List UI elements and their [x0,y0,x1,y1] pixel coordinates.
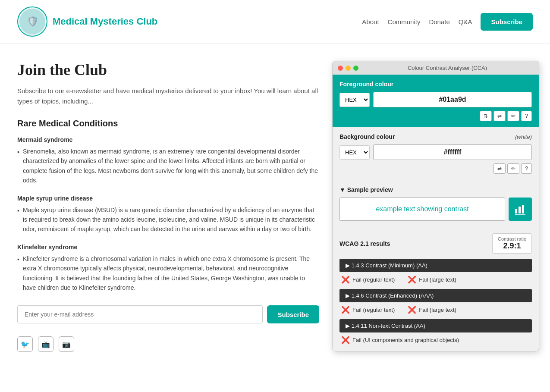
fail-ui-text-1-4-11: Fail (UI components and graphical object… [352,337,459,343]
section-heading: Rare Medical Conditions [17,119,319,129]
condition-maple: Maple syrup urine disease Maple syrup ur… [17,195,319,234]
contrast-ratio-box: Contrast ratio 2.9:1 [492,233,532,254]
header-left: 🛡️ Medical Mysteries Club [17,6,157,37]
fail-regular-text-1-4-6: Fail (regular text) [352,307,395,313]
fg-sliders-btn[interactable]: ⇌ [493,111,506,121]
fg-hex-input[interactable] [373,92,532,107]
bg-eyedropper-btn[interactable]: ✏ [507,163,519,174]
condition-desc-klinefelter: Klinefelter syndrome is a chromosomal va… [17,254,319,293]
wcag-item-1-4-6: 1.4.6 Contrast (Enhanced) (AAA) ❌ Fail (… [339,289,532,315]
bg-sliders-btn[interactable]: ⇌ [493,163,506,174]
wcag-item-header-1-4-11[interactable]: 1.4.11 Non-text Contrast (AA) [339,319,532,332]
social-icons: 🐦 📺 📷 [17,336,319,352]
fg-arrows-btn[interactable]: ⇅ [480,111,492,121]
fg-format-select[interactable]: HEX RGB HSL [339,93,370,107]
nav-qa[interactable]: Q&A [459,18,472,25]
fail-icon-large-1-4-3: ❌ [408,276,416,284]
preview-row: example text showing contrast [339,198,532,221]
preview-chart-button[interactable] [509,198,532,221]
condition-desc-maple: Maple syrup urine disease (MSUD) is a ra… [17,205,319,234]
contrast-ratio-value: 2.9:1 [498,241,526,251]
condition-desc-mermaid: Sirenomelia, also known as mermaid syndr… [17,147,319,185]
svg-rect-0 [515,209,517,213]
bg-input-row: HEX RGB HSL [339,144,532,160]
fg-tool-row: ⇅ ⇌ ✏ ? [339,111,532,121]
fail-icon-large-1-4-6: ❌ [408,306,416,314]
fail-icon-ui-1-4-11: ❌ [341,336,350,344]
condition-klinefelter: Klinefelter syndrome Klinefelter syndrom… [17,244,319,293]
main-nav: About Community Donate Q&A Subscribe [362,13,533,31]
cca-body: Foreground colour HEX RGB HSL ⇅ ⇌ ✏ ? [333,75,539,351]
email-input[interactable] [17,305,263,323]
wcag-item-1-4-3: 1.4.3 Contrast (Minimum) (AA) ❌ Fail (re… [339,259,532,285]
cca-window: Colour Contrast Analyser (CCA) Foregroun… [332,61,539,351]
bg-tool-row: ⇌ ✏ ? [339,163,532,174]
header: 🛡️ Medical Mysteries Club About Communit… [0,0,550,44]
wcag-result-large-1-4-3: ❌ Fail (large text) [408,276,456,284]
wcag-section: WCAG 2.1 results Contrast ratio 2.9:1 1.… [333,227,539,351]
wcag-result-regular-1-4-3: ❌ Fail (regular text) [341,276,395,284]
main-content: Join the Club Subscribe to our e-newslet… [0,44,550,361]
titlebar-dot-1 [338,66,343,71]
wcag-item-header-1-4-3[interactable]: 1.4.3 Contrast (Minimum) (AA) [339,259,532,272]
condition-title-klinefelter: Klinefelter syndrome [17,244,319,251]
condition-title-maple: Maple syrup urine disease [17,195,319,202]
fg-eyedropper-btn[interactable]: ✏ [507,111,519,121]
preview-text-box: example text showing contrast [339,198,505,221]
nav-about[interactable]: About [362,18,379,25]
condition-mermaid: Mermaid syndrome Sirenomelia, also known… [17,136,319,185]
fg-label: Foreground colour [339,81,532,88]
page-subtitle: Subscribe to our e-newsletter and have m… [17,86,319,107]
condition-text-klinefelter: Klinefelter syndrome is a chromosomal va… [23,254,319,293]
condition-text-maple: Maple syrup urine disease (MSUD) is a ra… [23,205,319,234]
fail-icon-regular-1-4-3: ❌ [341,276,350,284]
site-title: Medical Mysteries Club [53,16,157,27]
preview-header: Sample preview [339,186,532,193]
titlebar-dot-3 [353,66,358,71]
fg-help-btn[interactable]: ? [521,111,532,121]
background-section: Background colour (white) HEX RGB HSL ⇌ [333,127,539,180]
foreground-section: Foreground colour HEX RGB HSL ⇅ ⇌ ✏ ? [333,75,539,127]
bg-help-btn[interactable]: ? [521,163,532,174]
page-title: Join the Club [17,61,319,79]
email-form: Subscribe [17,305,319,323]
titlebar-dot-2 [346,66,351,71]
preview-section: Sample preview example text showing cont… [333,180,539,227]
bg-format-select[interactable]: HEX RGB HSL [339,145,370,160]
fg-input-row: HEX RGB HSL [339,92,532,107]
bg-label-row: Background colour (white) [339,133,532,140]
bg-hex-input[interactable] [373,144,532,160]
wcag-item-1-4-11: 1.4.11 Non-text Contrast (AA) ❌ Fail (UI… [339,319,532,345]
svg-rect-2 [522,205,524,213]
fail-large-text-1-4-6: Fail (large text) [419,307,456,313]
preview-text: example text showing contrast [376,205,468,213]
wcag-result-regular-1-4-6: ❌ Fail (regular text) [341,306,395,314]
wcag-results-row-1-4-3: ❌ Fail (regular text) ❌ Fail (large text… [339,275,532,285]
wcag-item-header-1-4-6[interactable]: 1.4.6 Contrast (Enhanced) (AAA) [339,289,532,302]
condition-title-mermaid: Mermaid syndrome [17,136,319,143]
cca-titlebar: Colour Contrast Analyser (CCA) [333,61,539,75]
contrast-ratio-label: Contrast ratio [498,236,526,241]
bg-white-note: (white) [515,134,532,140]
logo: 🛡️ [17,6,47,37]
wcag-header-row: WCAG 2.1 results Contrast ratio 2.9:1 [339,233,532,254]
fail-large-text-1-4-3: Fail (large text) [419,276,456,283]
logo-inner: 🛡️ [19,9,45,34]
nav-donate[interactable]: Donate [429,18,449,25]
cca-title: Colour Contrast Analyser (CCA) [361,65,534,71]
wcag-result-ui-1-4-11: ❌ Fail (UI components and graphical obje… [341,336,459,344]
subscribe-button[interactable]: Subscribe [481,13,533,31]
fail-icon-regular-1-4-6: ❌ [341,306,350,314]
condition-text-mermaid: Sirenomelia, also known as mermaid syndr… [23,147,319,185]
wcag-results-row-1-4-11: ❌ Fail (UI components and graphical obje… [339,335,532,345]
fail-regular-text-1-4-3: Fail (regular text) [352,276,395,283]
nav-community[interactable]: Community [388,18,421,25]
right-column: Colour Contrast Analyser (CCA) Foregroun… [332,61,539,351]
bg-label: Background colour [339,133,395,140]
wcag-result-large-1-4-6: ❌ Fail (large text) [408,306,456,314]
twitter-icon[interactable]: 🐦 [17,336,33,352]
twitch-icon[interactable]: 📺 [38,336,53,352]
instagram-icon[interactable]: 📷 [59,336,74,352]
subscribe-form-button[interactable]: Subscribe [267,305,319,323]
left-column: Join the Club Subscribe to our e-newslet… [17,61,319,352]
